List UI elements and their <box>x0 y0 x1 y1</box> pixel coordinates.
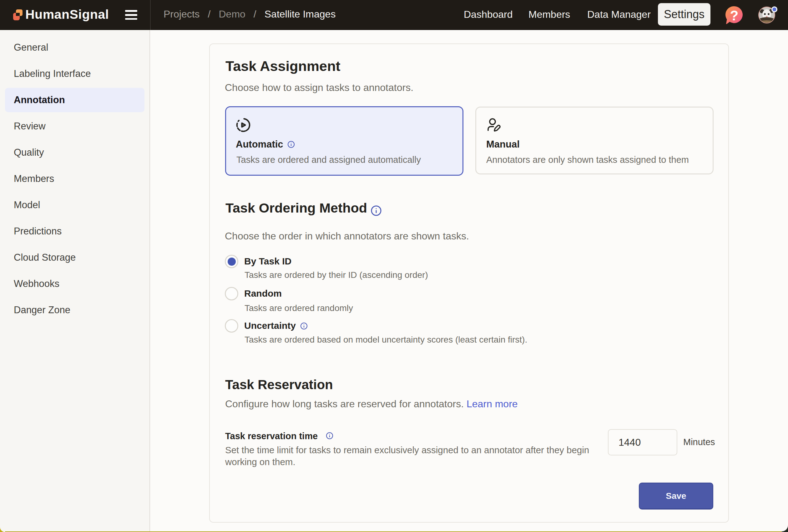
svg-text:?: ? <box>730 8 738 23</box>
